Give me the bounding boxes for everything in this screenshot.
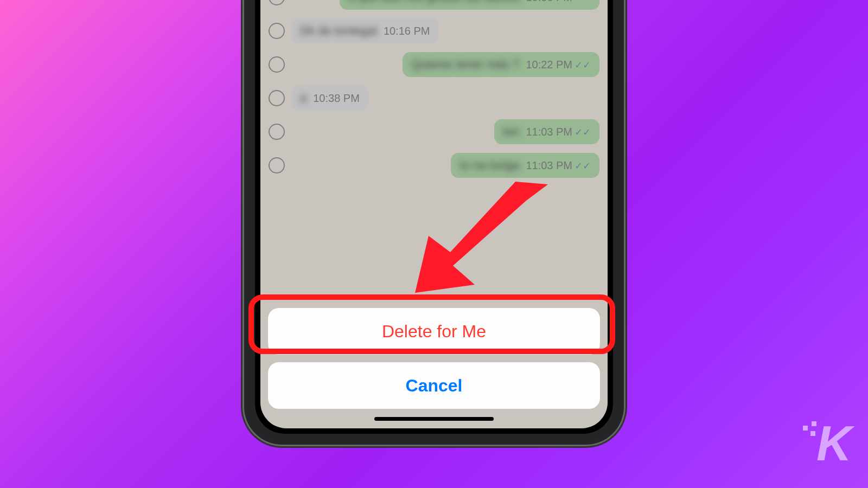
action-sheet: Delete for Me Cancel: [268, 308, 600, 409]
read-checks-icon: ✓✓: [575, 60, 591, 70]
message-row[interactable]: a 10:38 PM: [269, 86, 599, 111]
message-bubble-outgoing: to na tunga 11:03 PM✓✓: [451, 153, 599, 178]
message-bubble-outgoing: Quieres tener más ? 10:22 PM✓✓: [403, 52, 599, 77]
message-row[interactable]: d que bien tos gustan las tatinos 10:06 …: [269, 0, 599, 10]
watermark-logo: K: [816, 416, 849, 472]
message-timestamp: 10:38 PM: [313, 92, 360, 105]
message-text: to na tunga: [459, 158, 519, 172]
select-circle-icon[interactable]: [269, 90, 285, 106]
select-circle-icon[interactable]: [269, 157, 285, 174]
message-text: a: [300, 91, 307, 105]
message-timestamp: 11:03 PM✓✓: [526, 126, 591, 138]
message-bubble-incoming: Dk de tontegal 10:16 PM: [291, 18, 438, 43]
message-bubble-outgoing: d que bien tos gustan las tatinos 10:06 …: [340, 0, 599, 10]
select-circle-icon[interactable]: [269, 23, 285, 39]
message-text: Dk de tontegal: [300, 24, 377, 38]
message-bubble-outgoing: ton 11:03 PM✓✓: [494, 119, 599, 144]
home-indicator[interactable]: [374, 417, 494, 421]
message-text: Quieres tener más ?: [411, 57, 519, 72]
phone-bezel: a 10:01 PM d que bien tos gustan las tat…: [255, 0, 613, 434]
message-bubble-incoming: a 10:38 PM: [291, 86, 368, 111]
read-checks-icon: ✓✓: [575, 0, 591, 3]
message-timestamp: 10:16 PM: [384, 25, 430, 37]
select-circle-icon[interactable]: [269, 56, 285, 73]
select-circle-icon[interactable]: [269, 124, 285, 140]
message-row[interactable]: ton 11:03 PM✓✓: [269, 119, 599, 144]
read-checks-icon: ✓✓: [575, 127, 591, 138]
phone-frame: a 10:01 PM d que bien tos gustan las tat…: [244, 0, 624, 445]
phone-screen: a 10:01 PM d que bien tos gustan las tat…: [260, 0, 608, 428]
message-row[interactable]: Dk de tontegal 10:16 PM: [269, 18, 599, 43]
select-circle-icon[interactable]: [269, 0, 285, 5]
delete-for-me-button[interactable]: Delete for Me: [268, 308, 600, 355]
message-row[interactable]: to na tunga 11:03 PM✓✓: [269, 153, 599, 178]
read-checks-icon: ✓✓: [575, 160, 591, 171]
message-text: ton: [503, 125, 520, 139]
message-text: d que bien tos gustan las tatinos: [348, 0, 520, 4]
message-timestamp: 10:06 PM✓✓: [526, 0, 591, 4]
message-row[interactable]: Quieres tener más ? 10:22 PM✓✓: [269, 52, 599, 77]
cancel-button[interactable]: Cancel: [268, 362, 600, 409]
message-timestamp: 10:22 PM✓✓: [526, 59, 591, 71]
message-timestamp: 11:03 PM✓✓: [526, 159, 591, 172]
